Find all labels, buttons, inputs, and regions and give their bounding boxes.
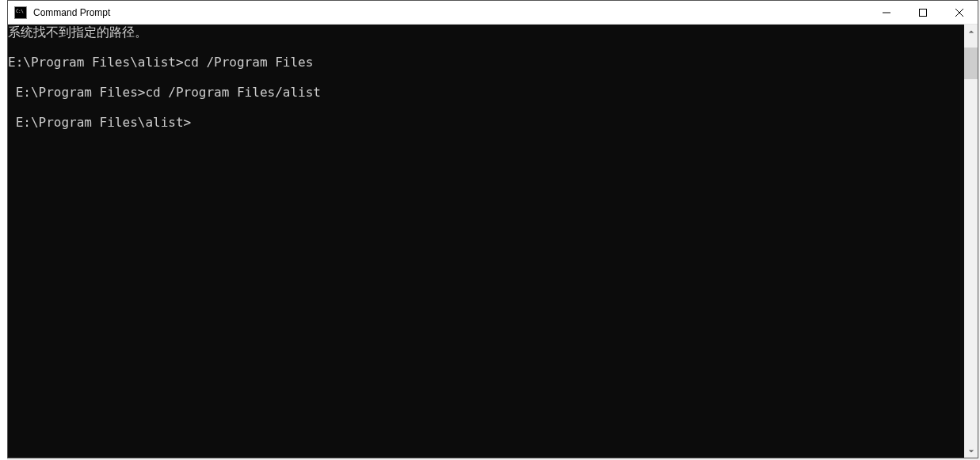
terminal-line bbox=[8, 130, 964, 145]
maximize-button[interactable] bbox=[905, 1, 941, 24]
terminal-line bbox=[8, 100, 964, 115]
terminal-line: E:\Program Files\alist>cd /Program Files bbox=[8, 55, 964, 70]
cmd-icon bbox=[14, 6, 27, 19]
scroll-down-arrow-icon[interactable] bbox=[964, 444, 978, 458]
close-button[interactable] bbox=[941, 1, 978, 24]
window-controls bbox=[868, 1, 978, 24]
svg-rect-1 bbox=[920, 9, 927, 16]
terminal-line: E:\Program Files\alist> bbox=[8, 115, 964, 130]
titlebar[interactable]: Command Prompt bbox=[8, 1, 978, 25]
terminal-wrapper: 系统找不到指定的路径。 E:\Program Files\alist>cd /P… bbox=[8, 25, 978, 458]
window-title: Command Prompt bbox=[32, 7, 868, 18]
scroll-track[interactable] bbox=[964, 38, 978, 444]
terminal-line bbox=[8, 70, 964, 85]
terminal-line bbox=[8, 40, 964, 55]
terminal-output[interactable]: 系统找不到指定的路径。 E:\Program Files\alist>cd /P… bbox=[8, 25, 964, 458]
scroll-up-arrow-icon[interactable] bbox=[964, 25, 978, 38]
terminal-line: E:\Program Files>cd /Program Files/alist bbox=[8, 85, 964, 100]
scroll-thumb[interactable] bbox=[964, 48, 978, 79]
vertical-scrollbar[interactable] bbox=[964, 25, 978, 458]
command-prompt-window: Command Prompt 系统找不到指定的路径。 E:\Program Fi… bbox=[7, 0, 978, 458]
terminal-line: 系统找不到指定的路径。 bbox=[8, 25, 964, 40]
minimize-button[interactable] bbox=[868, 1, 905, 24]
